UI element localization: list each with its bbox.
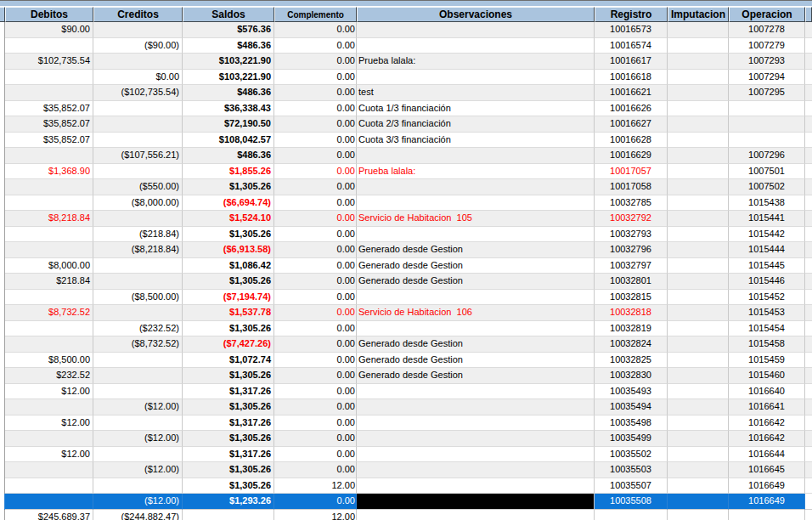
debitos-cell[interactable]: $35,852.07: [5, 101, 93, 117]
observaciones-cell[interactable]: Servicio de Habitacion 106: [357, 305, 595, 321]
debitos-cell[interactable]: [5, 38, 93, 54]
imputacion-cell[interactable]: [668, 415, 729, 432]
operacion-cell[interactable]: 1007296: [729, 148, 805, 164]
imputacion-cell[interactable]: [668, 368, 729, 384]
observaciones-cell[interactable]: [357, 399, 595, 415]
imputacion-cell[interactable]: [668, 38, 729, 54]
column-header-imputacion[interactable]: Imputacion: [668, 7, 729, 22]
debitos-cell[interactable]: [5, 242, 93, 258]
registro-cell[interactable]: 10032819: [595, 321, 668, 337]
complemento-cell[interactable]: 12.00: [274, 478, 357, 495]
table-row[interactable]: ($90.00) $486.36 0.00 10016574 1007279: [0, 38, 812, 54]
saldos-cell[interactable]: $1,537.78: [183, 305, 274, 321]
observaciones-cell[interactable]: [357, 290, 595, 306]
creditos-cell[interactable]: ($8,218.84): [93, 242, 183, 258]
creditos-cell[interactable]: [93, 54, 183, 70]
operacion-cell[interactable]: 1007502: [729, 179, 805, 195]
operacion-cell[interactable]: 1007279: [729, 38, 805, 54]
observaciones-cell[interactable]: [357, 510, 595, 520]
imputacion-cell[interactable]: [668, 431, 729, 447]
complemento-cell[interactable]: 0.00: [274, 321, 357, 337]
creditos-cell[interactable]: [93, 274, 183, 290]
debitos-cell[interactable]: [5, 462, 93, 478]
imputacion-cell[interactable]: [668, 305, 729, 321]
table-row[interactable]: $35,852.07 $108,042.57 0.00 Cuota 3/3 fi…: [0, 133, 812, 149]
registro-cell[interactable]: 10016618: [595, 70, 668, 86]
saldos-cell[interactable]: $103,221.90: [183, 54, 274, 70]
debitos-cell[interactable]: [5, 195, 93, 212]
table-row[interactable]: ($12.00) $1,305.26 0.00 10035494 1016641: [0, 399, 812, 415]
table-row[interactable]: ($12.00) $1,305.26 0.00 10035503 1016645: [0, 462, 812, 478]
table-row[interactable]: $232.52 $1,305.26 0.00 Generado desde Ge…: [0, 368, 812, 384]
debitos-cell[interactable]: [5, 85, 93, 101]
imputacion-cell[interactable]: [668, 195, 729, 212]
complemento-cell[interactable]: 0.00: [274, 494, 357, 510]
debitos-cell[interactable]: $8,000.00: [5, 258, 93, 274]
saldos-cell[interactable]: $103,221.90: [183, 70, 274, 86]
table-row[interactable]: $245,689.37 ($244,882.47) 12.00: [0, 510, 812, 520]
observaciones-cell[interactable]: Generado desde Gestion: [357, 274, 595, 290]
complemento-cell[interactable]: 0.00: [274, 164, 357, 180]
column-header-complemento[interactable]: Complemento: [274, 7, 357, 22]
operacion-cell[interactable]: 1007293: [729, 54, 805, 70]
complemento-cell[interactable]: 0.00: [274, 353, 357, 369]
registro-cell[interactable]: 10032793: [595, 227, 668, 243]
imputacion-cell[interactable]: [668, 274, 729, 290]
saldos-cell[interactable]: ($6,694.74): [183, 195, 274, 212]
operacion-cell[interactable]: 1015452: [729, 290, 805, 306]
operacion-cell[interactable]: 1016649: [729, 478, 805, 495]
observaciones-cell[interactable]: Prueba lalala:: [357, 164, 595, 180]
saldos-cell[interactable]: $1,305.26: [183, 399, 274, 415]
complemento-cell[interactable]: 0.00: [274, 101, 357, 117]
table-row[interactable]: ($232.52) $1,305.26 0.00 10032819 101545…: [0, 321, 812, 337]
complemento-cell[interactable]: 0.00: [274, 116, 357, 133]
creditos-cell[interactable]: ($8,000.00): [93, 195, 183, 212]
registro-cell[interactable]: 10017057: [595, 164, 668, 180]
creditos-cell[interactable]: ($8,500.00): [93, 290, 183, 306]
observaciones-cell[interactable]: [357, 321, 595, 337]
imputacion-cell[interactable]: [668, 164, 729, 180]
registro-cell[interactable]: 10035493: [595, 384, 668, 400]
saldos-cell[interactable]: [183, 510, 274, 520]
observaciones-cell[interactable]: [357, 447, 595, 463]
imputacion-cell[interactable]: [668, 133, 729, 149]
creditos-cell[interactable]: ($244,882.47): [93, 510, 183, 520]
registro-cell[interactable]: 10035494: [595, 399, 668, 415]
debitos-cell[interactable]: $1,368.90: [5, 164, 93, 180]
creditos-cell[interactable]: [93, 101, 183, 117]
registro-cell[interactable]: 10035499: [595, 431, 668, 447]
saldos-cell[interactable]: $1,305.26: [183, 462, 274, 478]
saldos-cell[interactable]: $1,317.26: [183, 384, 274, 400]
operacion-cell[interactable]: 1016640: [729, 384, 805, 400]
imputacion-cell[interactable]: [668, 258, 729, 274]
complemento-cell[interactable]: 0.00: [274, 305, 357, 321]
complemento-cell[interactable]: 0.00: [274, 38, 357, 54]
creditos-cell[interactable]: ($12.00): [93, 431, 183, 447]
registro-cell[interactable]: 10032792: [595, 211, 668, 227]
table-row[interactable]: ($12.00) $1,305.26 0.00 10035499 1016642: [0, 431, 812, 447]
creditos-cell[interactable]: ($102,735.54): [93, 85, 183, 101]
registro-cell[interactable]: 10035507: [595, 478, 668, 495]
registro-cell[interactable]: 10016627: [595, 116, 668, 133]
complemento-cell[interactable]: 0.00: [274, 368, 357, 384]
debitos-cell[interactable]: $245,689.37: [5, 510, 93, 520]
registro-cell[interactable]: 10016617: [595, 54, 668, 70]
table-row[interactable]: ($8,218.84) ($6,913.58) 0.00 Generado de…: [0, 242, 812, 258]
imputacion-cell[interactable]: [668, 227, 729, 243]
debitos-cell[interactable]: $8,500.00: [5, 353, 93, 369]
registro-cell[interactable]: 10016621: [595, 85, 668, 101]
operacion-cell[interactable]: 1016641: [729, 399, 805, 415]
debitos-cell[interactable]: [5, 321, 93, 337]
imputacion-cell[interactable]: [668, 179, 729, 195]
observaciones-cell[interactable]: [357, 179, 595, 195]
creditos-cell[interactable]: ($218.84): [93, 227, 183, 243]
operacion-cell[interactable]: 1015458: [729, 336, 805, 353]
debitos-cell[interactable]: [5, 399, 93, 415]
operacion-cell[interactable]: 1007278: [729, 22, 805, 38]
debitos-cell[interactable]: [5, 148, 93, 164]
registro-cell[interactable]: 10032818: [595, 305, 668, 321]
complemento-cell[interactable]: 0.00: [274, 54, 357, 70]
creditos-cell[interactable]: [93, 211, 183, 227]
registro-cell[interactable]: 10032785: [595, 195, 668, 212]
imputacion-cell[interactable]: [668, 70, 729, 86]
